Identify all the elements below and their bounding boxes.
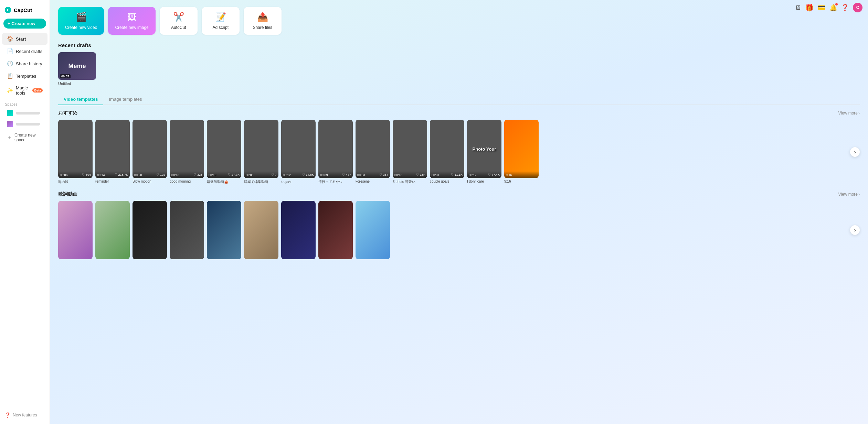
- gift-icon[interactable]: 🎁: [805, 3, 814, 12]
- template-card-t6[interactable]: 00:06 ♡ 7 洋楽で編集動画: [244, 120, 278, 184]
- tab-image-templates[interactable]: Image templates: [103, 94, 147, 105]
- template-card-t9[interactable]: 00:33 ♡ 354 koresene: [356, 120, 390, 184]
- space-label-2: [16, 123, 40, 126]
- lyric-card-6[interactable]: [244, 201, 278, 259]
- lyric-card-2[interactable]: [95, 201, 130, 259]
- nav-label-magic: Magic tools: [16, 85, 30, 96]
- autocut-card[interactable]: ✂️ AutoCut: [160, 7, 198, 35]
- nav-item-magic-tools[interactable]: ✨ Magic tools Beta: [2, 83, 47, 98]
- template-cards-osusume: 00:06 ♡ 394 海の波 00:14 ♡ 218.7K: [58, 120, 860, 184]
- recent-drafts-section: Recent drafts Meme 00:07 Untitled: [58, 42, 860, 86]
- help-icon[interactable]: ❓: [841, 4, 849, 11]
- section-name-osusume: おすすめ: [58, 110, 77, 116]
- template-section-lyric: 歌詞動画 View more ›: [58, 191, 860, 259]
- nav-label-start: Start: [16, 36, 26, 42]
- ad-script-label: Ad script: [212, 25, 229, 30]
- header-icons: 🖥 🎁 💳 🔔 ❓ C: [795, 3, 862, 12]
- draft-icon: 📄: [7, 48, 13, 54]
- share-files-card[interactable]: 📤 Share files: [244, 7, 282, 35]
- space-item-2[interactable]: [2, 119, 47, 129]
- space-label-1: [16, 112, 40, 115]
- template-name-t6: 洋楽で編集動画: [244, 180, 278, 184]
- avatar[interactable]: C: [853, 3, 862, 12]
- view-more-osusume[interactable]: View more ›: [838, 111, 860, 116]
- template-name-t10: 3 photo 可愛い: [393, 180, 427, 184]
- template-card-t3[interactable]: 00:20 ♡ 192 Slow motion: [133, 120, 167, 184]
- templates-section: Video templates Image templates おすすめ Vie…: [58, 94, 860, 259]
- template-card-t12[interactable]: 00:12 ♡ 77.4K Photo Your I don't care: [467, 120, 501, 184]
- template-name-t8: 流行ってるやつ: [318, 180, 353, 184]
- template-card-t8[interactable]: 00:09 ♡ 477 流行ってるやつ: [318, 120, 353, 184]
- template-row-lyric: ›: [58, 201, 860, 259]
- create-new-button[interactable]: + Create new: [3, 19, 46, 29]
- create-video-label: Create new video: [65, 25, 97, 30]
- template-name-t5: 群迷気動画🎪: [207, 180, 241, 184]
- nav-item-start[interactable]: 🏠 Start: [2, 33, 47, 45]
- draft-name-1: Untitled: [58, 81, 96, 86]
- section-header-lyric: 歌詞動画 View more ›: [58, 191, 860, 197]
- scroll-right-lyric[interactable]: ›: [850, 225, 860, 235]
- lyric-card-7[interactable]: [281, 201, 316, 259]
- draft-card-1[interactable]: Meme 00:07 Untitled: [58, 52, 96, 86]
- create-space-button[interactable]: ＋ Create new space: [2, 130, 47, 145]
- spaces-label: Spaces: [0, 99, 50, 108]
- template-card-t5[interactable]: 00:13 ♡ 27.7K 群迷気動画🎪: [207, 120, 241, 184]
- templates-icon: 📋: [7, 73, 13, 79]
- tab-video-templates[interactable]: Video templates: [58, 94, 103, 105]
- template-name-t3: Slow motion: [133, 180, 167, 183]
- bell-icon[interactable]: 🔔: [829, 4, 837, 11]
- plus-icon: ＋: [7, 134, 12, 141]
- create-video-card[interactable]: 🎬 Create new video: [58, 7, 104, 35]
- create-image-label: Create new image: [115, 25, 148, 30]
- sidebar: CapCut + Create new 🏠 Start 📄 Recent dra…: [0, 0, 50, 424]
- template-card-t11[interactable]: 00:31 ♡ 11.1K couple goals: [430, 120, 464, 184]
- view-more-lyric[interactable]: View more ›: [838, 192, 860, 197]
- beta-badge: Beta: [32, 88, 43, 93]
- wallet-icon[interactable]: 💳: [818, 4, 825, 11]
- monitor-icon[interactable]: 🖥: [795, 4, 801, 11]
- template-card-t4[interactable]: 00:13 ♡ 323 good morning: [170, 120, 204, 184]
- nav-item-templates[interactable]: 📋 Templates: [2, 70, 47, 82]
- create-image-card[interactable]: 🖼 Create new image: [108, 7, 155, 35]
- chevron-right-icon: ›: [858, 111, 860, 116]
- lyric-card-1[interactable]: [58, 201, 93, 259]
- template-card-t1[interactable]: 00:06 ♡ 394 海の波: [58, 120, 93, 184]
- home-icon: 🏠: [7, 36, 13, 42]
- create-space-label: Create new space: [14, 133, 43, 142]
- nav-item-recent-drafts[interactable]: 📄 Recent drafts: [2, 45, 47, 57]
- magic-icon: ✨: [7, 87, 13, 94]
- nav-label-share-history: Share history: [16, 61, 42, 66]
- ad-script-card[interactable]: 📝 Ad script: [202, 7, 240, 35]
- template-name-t12: I don't care: [467, 180, 501, 183]
- lyric-card-8[interactable]: [318, 201, 353, 259]
- autocut-label: AutoCut: [171, 25, 186, 30]
- space-dot-2: [7, 121, 13, 127]
- recent-drafts-title: Recent drafts: [58, 42, 860, 48]
- main-content: 🖥 🎁 💳 🔔 ❓ C 🎬 Create new video 🖼 Create …: [50, 0, 868, 424]
- template-card-t7[interactable]: 00:12 ♡ 14.8K いぉね: [281, 120, 316, 184]
- template-card-t2[interactable]: 00:14 ♡ 218.7K reminder: [95, 120, 130, 184]
- lyric-card-3[interactable]: [133, 201, 167, 259]
- share-files-icon: 📤: [257, 12, 268, 22]
- template-card-t13[interactable]: 9:16 9:16: [504, 120, 539, 184]
- lyric-card-9[interactable]: [356, 201, 390, 259]
- scroll-right-osusume[interactable]: ›: [850, 147, 860, 157]
- template-name-t7: いぉね: [281, 180, 316, 184]
- clock-icon: 🕐: [7, 61, 13, 67]
- sidebar-bottom: ❓ New features: [0, 410, 50, 421]
- space-item-1[interactable]: [2, 108, 47, 118]
- new-features-label: New features: [13, 413, 37, 417]
- autocut-icon: ✂️: [173, 12, 184, 22]
- lyric-card-4[interactable]: [170, 201, 204, 259]
- draft-thumb-1: Meme 00:07: [58, 52, 96, 80]
- nav-label-drafts: Recent drafts: [16, 49, 42, 54]
- create-video-icon: 🎬: [76, 12, 87, 22]
- template-name-t4: good morning: [170, 180, 204, 183]
- template-name-t9: koresene: [356, 180, 390, 183]
- help-circle-icon: ❓: [5, 412, 11, 418]
- template-card-t10[interactable]: 00:13 ♡ 13K 3 photo 可愛い: [393, 120, 427, 184]
- nav-item-share-history[interactable]: 🕐 Share history: [2, 58, 47, 69]
- lyric-card-5[interactable]: [207, 201, 241, 259]
- share-files-label: Share files: [253, 25, 272, 30]
- template-cards-lyric: [58, 201, 860, 259]
